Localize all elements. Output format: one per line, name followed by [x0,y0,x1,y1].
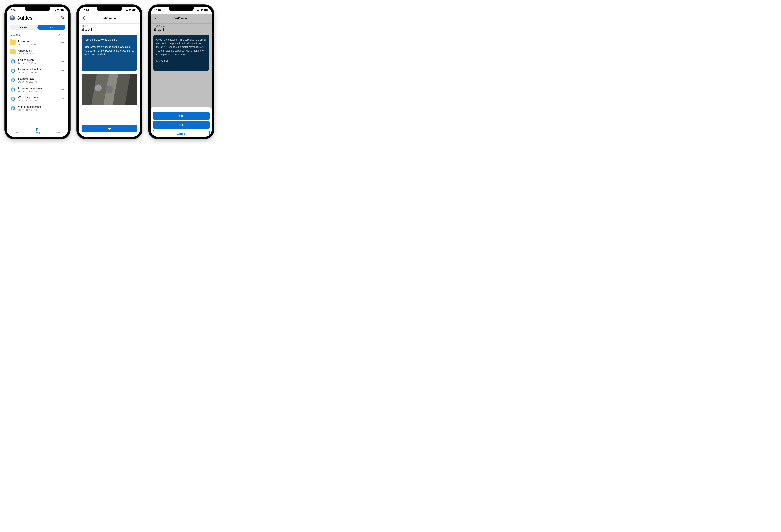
wifi-icon [129,9,131,12]
item-more-button[interactable]: ••• [59,40,65,46]
action-sheet: Yes No Cancel [151,107,212,139]
page-title: Guides [16,15,58,20]
cancel-button[interactable]: Cancel [153,130,210,138]
home-indicator[interactable] [98,135,120,135]
tab-more[interactable]: More [48,126,68,135]
phone-step1: 10:28 HVAC repair 123 HVAC repair Step 1… [77,5,142,139]
status-time: 6:50 [11,9,15,12]
sheet-handle[interactable] [178,109,184,110]
yes-button[interactable]: Yes [153,112,210,120]
item-date: 2021-08-12 1:18 PM [18,71,57,74]
item-more-button[interactable]: ••• [59,49,65,55]
tab-all[interactable]: All [38,25,65,30]
item-date: 2020-12-03 3:32 PM [18,99,57,102]
item-text: Harness calibration2021-08-12 1:18 PM [18,68,57,74]
list-item[interactable]: Harness calibration2021-08-12 1:18 PM••• [7,66,68,75]
guide-icon [10,86,16,93]
guides-list[interactable]: Inspection2021-11-19 6:13 AM•••Onboardin… [7,38,68,126]
list-item[interactable]: Inspection2021-11-19 6:13 AM••• [7,38,68,47]
tab-recent[interactable]: Recent [10,25,38,30]
svg-point-29 [57,129,57,130]
next-button[interactable] [82,125,137,132]
page-title: HVAC repair [100,17,117,20]
phone-library: 6:50 Guides Recent All Name (A-Z) ↓ Sort… [5,5,70,139]
tab-library-label: Library [35,132,40,134]
item-text: Wiring replacement2020-12-05 1:18 PM [18,105,57,111]
back-button[interactable] [82,15,86,21]
step-image[interactable] [82,74,137,105]
item-date: 2021-07-12 4:12 PM [18,90,57,92]
guide-icon [10,96,16,102]
status-icons [125,9,136,12]
svg-line-4 [63,18,64,19]
list-item[interactable]: Harness replacement2021-07-12 4:12 PM••• [7,85,68,94]
more-icon [56,128,60,131]
battery-icon [132,9,136,12]
guide-icon [10,105,16,111]
steps-list-button[interactable]: 123 [132,15,137,21]
signal-icon [53,9,56,11]
header: HVAC repair 123 [79,14,140,24]
segment-control: Recent All [10,25,65,30]
home-indicator[interactable] [170,135,192,135]
item-title: Harness install [18,77,57,80]
svg-rect-1 [60,9,64,11]
status-time: 10:28 [82,9,89,12]
guide-icon [10,68,16,74]
svg-point-31 [58,129,59,130]
item-date: 2021-11-19 6:13 AM [18,43,57,46]
battery-icon [204,9,208,12]
item-text: Onboarding2021-05-19 6:37 AM [18,49,57,55]
sort-label[interactable]: Name (A-Z) ↓ [10,34,24,36]
home-indicator[interactable] [27,135,48,135]
item-title: Harness replacement [18,87,57,90]
list-item[interactable]: Onboarding2021-05-19 6:37 AM••• [7,47,68,57]
signal-icon [125,9,128,11]
list-item[interactable]: Wiring replacement2020-12-05 1:18 PM••• [7,103,68,113]
tab-home[interactable]: Home [7,126,27,135]
item-text: Harness install2021-08-03 1:38 PM [18,77,57,83]
item-title: Engine Swap [18,58,57,62]
list-item[interactable]: Harness install2021-08-03 1:38 PM••• [7,75,68,85]
status-icons [197,9,208,12]
svg-rect-43 [204,9,207,11]
status-time: 10:28 [154,9,161,12]
guide-icon [10,77,16,83]
search-button[interactable] [60,15,65,21]
item-text: Inspection2021-11-19 6:13 AM [18,40,57,46]
wifi-icon [200,9,203,12]
item-more-button[interactable]: ••• [59,96,65,102]
wifi-icon [57,9,59,12]
step-meta: HVAC repair [79,24,140,27]
item-more-button[interactable]: ••• [59,58,65,64]
notch [169,7,194,11]
item-date: 2021-05-19 6:37 AM [18,53,57,55]
folder-icon [10,49,16,55]
phone-step3: 10:28 HVAC repair 123 HVAC repair Step 3… [149,5,214,139]
item-title: Inspection [18,40,57,43]
item-text: Harness replacement2021-07-12 4:12 PM [18,87,57,92]
avatar[interactable] [10,15,15,20]
sort-row: Name (A-Z) ↓ Sort by [7,32,68,38]
svg-rect-44 [208,10,208,10]
search-icon [61,16,64,19]
item-text: Engine Swap2021-09-21 6:13 AM [18,58,57,64]
tab-library[interactable]: Library [27,126,48,135]
list-item[interactable]: Engine Swap2021-09-21 6:13 AM••• [7,57,68,66]
guide-icon [10,58,16,64]
item-date: 2021-08-03 1:38 PM [18,81,57,83]
item-title: Wiring replacement [18,105,57,108]
folder-icon [10,40,16,46]
svg-point-30 [58,129,58,130]
item-more-button[interactable]: ••• [59,105,65,111]
item-more-button[interactable]: ••• [59,77,65,83]
item-more-button[interactable]: ••• [59,68,65,74]
item-title: Wheel alignment [18,96,57,99]
sort-by-button[interactable]: Sort by [58,34,65,36]
list-item[interactable]: Wheel alignment2020-12-03 3:32 PM••• [7,94,68,103]
item-more-button[interactable]: ••• [59,87,65,92]
header: Guides [7,14,68,23]
no-button[interactable]: No [153,121,210,129]
item-date: 2021-09-21 6:13 AM [18,62,57,64]
signal-icon [197,9,200,11]
